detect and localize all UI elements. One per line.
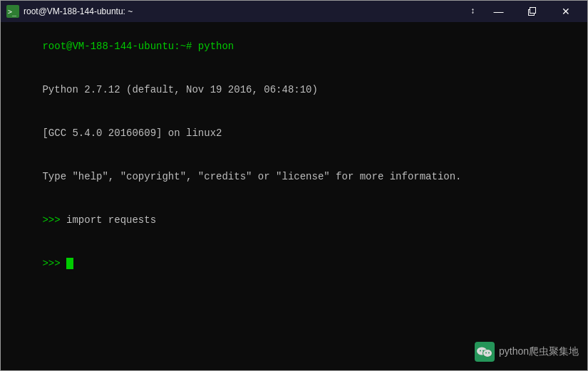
restore-button[interactable] xyxy=(516,1,548,22)
minimize-button[interactable]: — xyxy=(483,1,515,22)
svg-point-7 xyxy=(483,350,484,352)
title-bar: >_ root@VM-188-144-ubuntu: ~ ↕ — ✕ xyxy=(1,1,587,22)
title-bar-icon: >_ xyxy=(6,5,19,18)
repl-prompt-1: >>> xyxy=(42,214,66,226)
terminal-line-5: >>> import requests xyxy=(6,199,582,242)
terminal-body[interactable]: root@VM-188-144-ubuntu:~# python Python … xyxy=(1,22,587,370)
repl-command-1: import requests xyxy=(66,214,156,226)
wechat-icon xyxy=(475,342,495,362)
svg-point-6 xyxy=(480,350,481,352)
watermark: python爬虫聚集地 xyxy=(475,342,579,362)
repl-prompt-2: >>> xyxy=(42,258,66,269)
terminal-line-4: Type "help", "copyright", "credits" or "… xyxy=(6,155,582,199)
output-text-3: Type "help", "copyright", "credits" or "… xyxy=(42,171,461,182)
terminal-line-3: [GCC 5.4.0 20160609] on linux2 xyxy=(6,112,582,155)
svg-point-8 xyxy=(485,352,487,354)
restore-arrow-icon: ↕ xyxy=(470,6,475,16)
svg-text:>_: >_ xyxy=(8,8,17,16)
cursor xyxy=(66,258,73,269)
prompt-text-1: root@VM-188-144-ubuntu:~# python xyxy=(42,41,234,52)
terminal-line-2: Python 2.7.12 (default, Nov 19 2016, 06:… xyxy=(6,68,582,112)
watermark-text: python爬虫聚集地 xyxy=(499,345,579,359)
svg-point-9 xyxy=(488,352,490,354)
title-bar-buttons: ↕ — ✕ xyxy=(470,1,582,22)
close-icon: ✕ xyxy=(562,6,570,17)
title-bar-text: root@VM-188-144-ubuntu: ~ xyxy=(24,6,466,16)
restore-icon xyxy=(528,7,537,16)
minimize-icon: — xyxy=(494,6,504,17)
output-text-2: [GCC 5.4.0 20160609] on linux2 xyxy=(42,127,222,139)
close-button[interactable]: ✕ xyxy=(550,1,582,22)
terminal-window: >_ root@VM-188-144-ubuntu: ~ ↕ — ✕ root@… xyxy=(0,0,588,371)
terminal-line-6: >>> xyxy=(6,241,582,285)
terminal-line-1: root@VM-188-144-ubuntu:~# python xyxy=(6,25,582,68)
svg-point-5 xyxy=(483,350,492,357)
output-text-1: Python 2.7.12 (default, Nov 19 2016, 06:… xyxy=(42,84,317,95)
